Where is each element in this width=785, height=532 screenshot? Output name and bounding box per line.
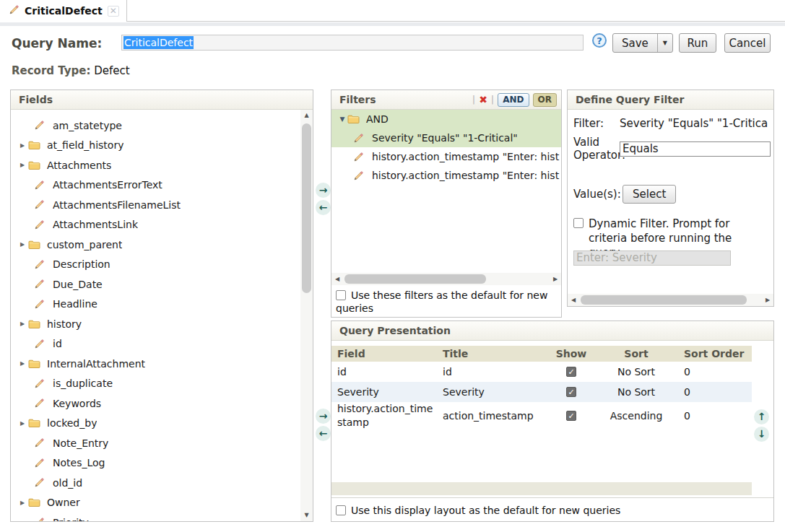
filter-item[interactable]: history.action_timestamp "Enter: hist [331,166,561,185]
presentation-default-checkbox-row: Use this display layout as the default f… [336,504,771,517]
column-header-sort[interactable]: Sort [594,348,678,359]
and-button[interactable]: AND [498,93,529,107]
valid-operator-input[interactable]: Equals [620,141,771,157]
filter-group-and[interactable]: ▼AND [331,110,561,128]
column-header-show[interactable]: Show [548,348,594,359]
scroll-left-icon[interactable]: ◀ [568,294,579,306]
field-folder-item[interactable]: ▶custom_parent [11,235,300,255]
column-header-sort-order[interactable]: Sort Order [678,348,752,359]
cell-sort[interactable]: No Sort [594,366,678,378]
field-item[interactable]: AttachmentsLink [11,215,300,235]
cell-sort-order[interactable]: 0 [678,386,752,398]
cancel-button[interactable]: Cancel [724,33,771,53]
field-folder-item[interactable]: ▶at_field_history [11,136,300,156]
field-item[interactable]: id [11,334,300,354]
run-button[interactable]: Run [679,33,716,53]
presentation-default-checkbox[interactable] [336,505,346,515]
fields-scrollbar[interactable]: ▲ ▼ [300,110,313,521]
expand-arrow-icon[interactable]: ▶ [17,142,28,149]
move-down-button[interactable]: ↓ [754,427,769,442]
help-icon[interactable]: ? [592,33,607,48]
move-left-button-presentation[interactable]: ← [316,426,331,441]
field-item[interactable]: Due_Date [11,274,300,295]
collapse-arrow-icon[interactable]: ▼ [337,115,347,123]
presentation-table: Field Title Show Sort Sort Order idid✓No… [331,346,752,429]
field-folder-item[interactable]: ▶InternalAttachment [11,354,300,374]
filters-default-checkbox[interactable] [336,290,346,300]
pencil-icon [353,133,368,144]
values-label: Value(s): [573,188,620,201]
field-folder-item[interactable]: ▶Owner [11,493,300,513]
scroll-left-icon[interactable]: ◀ [331,273,343,285]
expand-arrow-icon[interactable]: ▶ [17,500,28,506]
field-folder-item[interactable]: ▶locked_by [11,414,300,434]
field-item[interactable]: old_id [11,473,300,493]
field-label: old_id [53,477,82,489]
filter-item[interactable]: history.action_timestamp "Enter: hist [331,147,561,166]
scrollbar-thumb[interactable] [344,274,486,284]
tab-close-icon[interactable]: ✕ [108,6,119,17]
expand-arrow-icon[interactable]: ▶ [17,420,28,427]
scrollbar-thumb[interactable] [581,295,747,305]
scrollbar-thumb[interactable] [302,123,311,293]
presentation-default-checkbox-label: Use this display layout as the default f… [351,505,620,516]
query-name-input[interactable]: CriticalDefect [121,35,584,51]
query-name-selected-text: CriticalDefect [123,36,194,49]
presentation-table-row[interactable]: history.action_timestampaction_timestamp… [331,402,752,429]
column-header-title[interactable]: Title [437,348,548,359]
filters-horizontal-scrollbar[interactable]: ◀ ▶ [331,273,561,285]
save-dropdown-arrow-icon[interactable]: ▼ [657,34,672,52]
cell-sort[interactable]: No Sort [594,386,678,398]
filter-item[interactable]: Severity "Equals" "1-Critical" [331,128,561,147]
select-values-button[interactable]: Select [623,185,676,204]
move-right-button-presentation[interactable]: → [316,409,331,424]
field-item[interactable]: Description [11,255,300,275]
scroll-down-icon[interactable]: ▼ [300,510,313,521]
delete-filter-icon[interactable]: ✖ [479,95,487,105]
expand-arrow-icon[interactable]: ▶ [17,162,28,168]
presentation-table-row[interactable]: idid✓No Sort0 [331,362,752,382]
expand-arrow-icon[interactable]: ▶ [17,320,28,327]
move-up-button[interactable]: ↑ [754,409,769,424]
field-folder-item[interactable]: ▶Attachments [11,155,300,175]
show-checkbox-checked[interactable]: ✓ [566,411,576,421]
column-header-field[interactable]: Field [331,347,437,361]
scroll-up-icon[interactable]: ▲ [300,110,313,121]
fields-panel-title: Fields [11,90,313,110]
presentation-table-row[interactable]: SeveritySeverity✓No Sort0 [331,382,752,402]
filters-default-checkbox-row: Use these filters as the default for new… [336,289,558,315]
field-item[interactable]: Notes_Log [11,453,300,474]
field-item[interactable]: am_statetype [11,115,300,136]
scroll-right-icon[interactable]: ▶ [762,294,773,306]
cell-sort[interactable]: Ascending [594,410,678,422]
expand-arrow-icon[interactable]: ▶ [17,360,28,367]
field-item[interactable]: Keywords [11,393,300,414]
record-type-line: Record Type: Defect [12,64,130,77]
move-left-button[interactable]: ← [316,200,331,215]
show-checkbox-checked[interactable]: ✓ [566,387,576,397]
cell-sort-order[interactable]: 0 [678,410,752,422]
dynamic-filter-checkbox[interactable] [573,218,584,228]
define-horizontal-scrollbar[interactable]: ◀ ▶ [568,294,773,306]
pencil-icon [9,4,19,18]
expand-arrow-icon[interactable]: ▶ [17,241,28,248]
field-label: Keywords [53,398,101,409]
field-label: at_field_history [47,139,123,151]
field-folder-item[interactable]: ▶history [11,314,300,334]
tab-criticaldefect[interactable]: CriticalDefect ✕ [0,0,127,22]
field-item[interactable]: Headline [11,295,300,315]
save-button[interactable]: Save ▼ [612,33,673,53]
show-checkbox-checked[interactable]: ✓ [566,367,576,377]
field-item[interactable]: Note_Entry [11,433,300,453]
folder-icon [347,114,362,124]
move-right-button[interactable]: → [316,183,331,198]
filters-panel: Filters | ✖ | AND OR ▼ANDSeverity "Equal… [331,90,562,318]
or-button[interactable]: OR [533,93,557,107]
field-item[interactable]: AttachmentsFilenameList [11,195,300,215]
field-item[interactable]: Priority [11,513,300,521]
field-item[interactable]: AttachmentsErrorText [11,175,300,196]
cell-field: history.action_timestamp [331,402,437,429]
scroll-right-icon[interactable]: ▶ [550,273,561,285]
cell-sort-order[interactable]: 0 [678,366,752,378]
field-item[interactable]: is_duplicate [11,374,300,394]
